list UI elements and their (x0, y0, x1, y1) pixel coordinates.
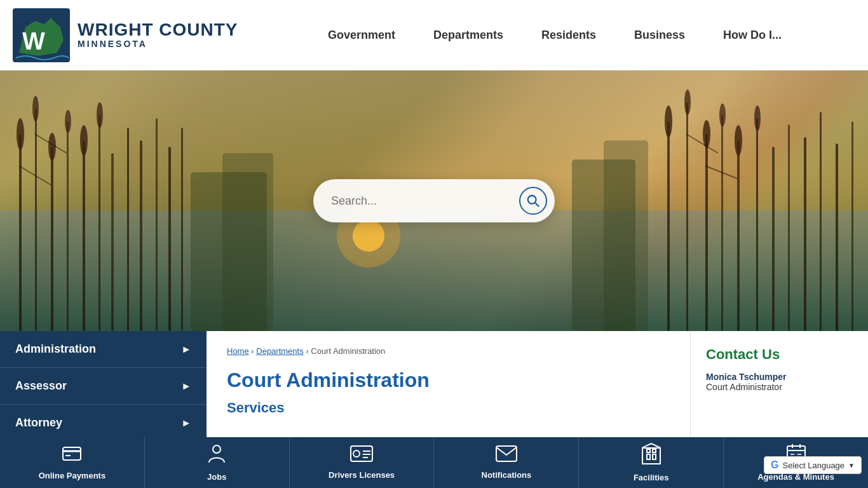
nav-government[interactable]: Government (328, 29, 395, 42)
nav-how-do-i[interactable]: How Do I... (723, 29, 782, 42)
breadcrumb-current: Court Administration (311, 346, 385, 356)
svg-rect-67 (653, 449, 656, 452)
nav-departments[interactable]: Departments (433, 29, 503, 42)
contact-role: Court Administrator (706, 382, 853, 392)
sidebar-item-assessor[interactable]: Assessor ► (0, 368, 207, 405)
translate-button[interactable]: G Select Language ▼ (764, 456, 862, 474)
svg-marker-68 (642, 444, 661, 448)
svg-rect-66 (647, 449, 650, 452)
footer-label-jobs: Jobs (207, 472, 226, 482)
svg-point-56 (213, 445, 220, 453)
id-card-icon (350, 445, 373, 466)
sidebar-item-label: Administration (15, 342, 96, 356)
footer-item-jobs[interactable]: Jobs (145, 437, 290, 488)
section-title: Services (227, 400, 670, 416)
svg-rect-62 (496, 446, 517, 461)
logo-icon: W (13, 8, 70, 62)
footer-label-drivers-licenses: Drivers Licenses (329, 470, 395, 480)
translate-label: Select Language (783, 461, 845, 470)
chevron-down-icon: ▼ (848, 462, 855, 469)
search-icon (526, 194, 540, 208)
search-input[interactable] (331, 194, 519, 208)
breadcrumb: Home › Departments › Court Administratio… (227, 346, 670, 356)
footer-item-notifications[interactable]: Notifications (434, 437, 579, 488)
hero-section (0, 71, 868, 331)
chevron-right-icon: ► (181, 417, 191, 429)
footer-label-payments: Online Payments (39, 471, 105, 480)
breadcrumb-home[interactable]: Home (227, 346, 249, 356)
state-name: MINNESOTA (78, 39, 238, 49)
nav-business[interactable]: Business (634, 29, 685, 42)
sidebar-item-attorney[interactable]: Attorney ► (0, 405, 207, 442)
search-bar (313, 179, 555, 222)
chevron-right-icon: ► (181, 381, 191, 392)
svg-line-52 (535, 203, 539, 207)
footer-label-facilities: Facilities (634, 473, 669, 482)
logo-text: WRIGHT COUNTY MINNESOTA (78, 21, 238, 49)
breadcrumb-departments[interactable]: Departments (256, 346, 303, 356)
footer: Online Payments Jobs Drivers Licenses (0, 437, 868, 488)
credit-card-icon (62, 445, 82, 467)
footer-item-drivers-licenses[interactable]: Drivers Licenses (290, 437, 435, 488)
building-icon (642, 443, 661, 469)
envelope-icon (496, 445, 517, 466)
svg-rect-53 (63, 447, 81, 460)
contact-name: Monica Tschumper (706, 372, 853, 382)
svg-text:W: W (22, 28, 45, 55)
svg-point-58 (353, 451, 360, 457)
svg-rect-63 (642, 448, 660, 464)
sidebar-item-label: Assessor (15, 379, 67, 393)
footer-item-facilities[interactable]: Facilities (579, 437, 724, 488)
google-translate-icon: G (771, 459, 778, 471)
page-title: Court Administration (227, 369, 670, 392)
sidebar-item-administration[interactable]: Administration ► (0, 331, 207, 368)
footer-item-online-payments[interactable]: Online Payments (0, 437, 145, 488)
header: W WRIGHT COUNTY MINNESOTA Government Dep… (0, 0, 868, 71)
logo-area[interactable]: W WRIGHT COUNTY MINNESOTA (13, 8, 254, 62)
person-icon (208, 444, 226, 468)
search-button[interactable] (519, 187, 547, 215)
sidebar-item-label: Attorney (15, 416, 62, 430)
nav-residents[interactable]: Residents (541, 29, 596, 42)
svg-rect-64 (647, 454, 650, 459)
chevron-right-icon: ► (181, 344, 191, 355)
svg-rect-65 (653, 454, 656, 459)
county-name: WRIGHT COUNTY (78, 21, 238, 39)
footer-label-notifications: Notifications (482, 470, 532, 480)
svg-point-51 (528, 196, 536, 204)
contact-title: Contact Us (706, 346, 853, 363)
main-nav: Government Departments Residents Busines… (254, 29, 855, 42)
